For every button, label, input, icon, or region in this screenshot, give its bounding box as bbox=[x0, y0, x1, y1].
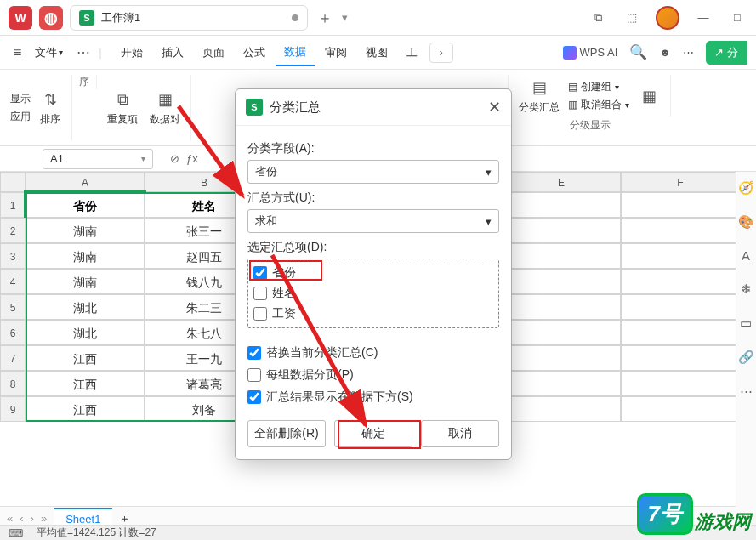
cell[interactable] bbox=[502, 320, 621, 345]
cell[interactable] bbox=[502, 345, 621, 371]
tab-dropdown-icon[interactable]: ▾ bbox=[342, 11, 348, 24]
checkbox[interactable] bbox=[247, 390, 261, 404]
cell[interactable] bbox=[502, 294, 621, 320]
tab-view[interactable]: 视图 bbox=[357, 40, 396, 65]
share-button[interactable]: ↗ 分 bbox=[706, 41, 747, 65]
tab-tools[interactable]: 工 bbox=[398, 40, 426, 65]
theme-icon[interactable]: 🎨 bbox=[738, 214, 754, 230]
row-header[interactable]: 2 bbox=[0, 218, 26, 243]
wps-ai-button[interactable]: WPS AI bbox=[563, 46, 618, 60]
cell[interactable]: 江西 bbox=[26, 396, 145, 422]
cell[interactable] bbox=[621, 269, 736, 294]
cell[interactable]: 江西 bbox=[26, 345, 145, 371]
ribbon-apply[interactable]: 应用 bbox=[10, 110, 31, 124]
document-tab[interactable]: S 工作簿1 bbox=[70, 5, 308, 31]
file-menu[interactable]: 文件▾ bbox=[30, 42, 68, 64]
name-box[interactable]: A1 ▾ bbox=[43, 149, 153, 169]
item-checkbox-province[interactable]: 省份 bbox=[253, 263, 493, 283]
cell[interactable] bbox=[621, 320, 736, 345]
tab-data[interactable]: 数据 bbox=[276, 39, 315, 66]
input-mode-icon[interactable]: ⌨ bbox=[9, 527, 23, 539]
cell[interactable] bbox=[621, 294, 736, 320]
ribbon-subtotal[interactable]: ▤ 分类汇总 bbox=[515, 75, 563, 117]
navigator-icon[interactable]: 🧭 bbox=[738, 180, 754, 196]
row-header[interactable]: 7 bbox=[0, 345, 26, 371]
col-header[interactable]: A bbox=[26, 172, 145, 192]
cell[interactable]: 湖南 bbox=[26, 243, 145, 269]
link-icon[interactable]: 🔗 bbox=[738, 350, 754, 365]
cell[interactable]: 湖南 bbox=[26, 218, 145, 243]
row-header[interactable]: 5 bbox=[0, 294, 26, 320]
dialog-header[interactable]: S 分类汇总 ✕ bbox=[236, 89, 511, 126]
row-header[interactable]: 1 bbox=[0, 192, 26, 218]
opt-below[interactable]: 汇总结果显示在数据下方(S) bbox=[247, 386, 499, 408]
cell[interactable] bbox=[621, 396, 736, 422]
cell[interactable] bbox=[621, 192, 736, 218]
cell[interactable] bbox=[621, 371, 736, 396]
ribbon-ungroup[interactable]: ▥ 取消组合 ▾ bbox=[568, 98, 629, 112]
delete-all-button[interactable]: 全部删除(R) bbox=[247, 420, 326, 447]
row-header[interactable]: 8 bbox=[0, 371, 26, 396]
sheet-nav-next-icon[interactable]: › bbox=[31, 512, 34, 525]
sheet-nav-prev-icon[interactable]: ‹ bbox=[20, 512, 23, 525]
cancel-formula-icon[interactable]: ⊘ bbox=[170, 152, 179, 165]
close-icon[interactable]: ✕ bbox=[488, 98, 501, 117]
checkbox[interactable] bbox=[247, 346, 261, 360]
row-header[interactable]: 9 bbox=[0, 396, 26, 422]
tab-start[interactable]: 开始 bbox=[112, 40, 151, 65]
fx-icon[interactable]: ƒx bbox=[186, 152, 198, 165]
cell[interactable] bbox=[502, 218, 621, 243]
method-select[interactable]: 求和 ▾ bbox=[247, 209, 499, 233]
ribbon-dedup[interactable]: ⧉ 重复项 bbox=[104, 87, 141, 128]
ribbon-outline-extra[interactable]: ▦ bbox=[634, 83, 663, 109]
tab-formula[interactable]: 公式 bbox=[235, 40, 274, 65]
tabs-scroll-right-button[interactable]: › bbox=[429, 43, 453, 63]
ribbon-show[interactable]: 显示 bbox=[10, 92, 31, 106]
effects-icon[interactable]: ❄ bbox=[741, 281, 752, 297]
checkbox[interactable] bbox=[253, 307, 267, 321]
user-avatar[interactable] bbox=[656, 6, 679, 30]
cell[interactable]: 湖北 bbox=[26, 294, 145, 320]
cancel-button[interactable]: 取消 bbox=[421, 420, 499, 447]
row-header[interactable]: 4 bbox=[0, 269, 26, 294]
new-tab-button[interactable]: ＋ bbox=[315, 8, 335, 28]
field-select[interactable]: 省份 ▾ bbox=[247, 160, 499, 184]
cell[interactable] bbox=[502, 396, 621, 422]
ribbon-compare[interactable]: ▦ 数据对 bbox=[146, 87, 184, 128]
item-checkbox-salary[interactable]: 工资 bbox=[253, 304, 493, 324]
cell[interactable] bbox=[502, 371, 621, 396]
checkbox[interactable] bbox=[253, 266, 267, 280]
item-checkbox-name[interactable]: 姓名 bbox=[253, 283, 493, 304]
ribbon-sort[interactable]: ⇅ 排序 bbox=[36, 87, 65, 128]
cell[interactable] bbox=[502, 243, 621, 269]
row-header[interactable]: 3 bbox=[0, 243, 26, 269]
ribbon-group-create[interactable]: ▤ 创建组 ▾ bbox=[568, 80, 629, 94]
cube-icon[interactable]: ⬚ bbox=[622, 8, 642, 28]
cell[interactable]: 省份 bbox=[26, 192, 145, 218]
sheet-nav-first-icon[interactable]: « bbox=[7, 512, 13, 525]
copy-window-icon[interactable]: ⧉ bbox=[588, 8, 608, 28]
hamburger-icon[interactable]: ≡ bbox=[9, 42, 26, 64]
options-icon[interactable]: ⋯ bbox=[683, 46, 694, 59]
tab-page[interactable]: 页面 bbox=[194, 40, 233, 65]
tab-review[interactable]: 审阅 bbox=[316, 40, 355, 65]
sheet-nav-last-icon[interactable]: » bbox=[41, 512, 47, 525]
corner-cell[interactable] bbox=[0, 172, 26, 192]
tab-insert[interactable]: 插入 bbox=[153, 40, 192, 65]
checkbox[interactable] bbox=[253, 287, 267, 300]
ok-button[interactable]: 确定 bbox=[334, 420, 412, 447]
more-tools-icon[interactable]: ⋯ bbox=[740, 384, 753, 399]
opt-paging[interactable]: 每组数据分页(P) bbox=[247, 364, 499, 386]
maximize-icon[interactable]: □ bbox=[727, 8, 747, 28]
more-menu-icon[interactable]: ⋯ bbox=[71, 41, 95, 64]
cell[interactable] bbox=[621, 345, 736, 371]
cell[interactable] bbox=[621, 243, 736, 269]
col-header[interactable]: E bbox=[502, 172, 621, 192]
cell[interactable] bbox=[621, 218, 736, 243]
checkbox[interactable] bbox=[247, 368, 261, 382]
minimize-icon[interactable]: — bbox=[693, 8, 713, 28]
cell[interactable]: 湖南 bbox=[26, 269, 145, 294]
chat-icon[interactable]: ☻ bbox=[659, 46, 671, 59]
cell[interactable]: 湖北 bbox=[26, 320, 145, 345]
cell[interactable] bbox=[502, 269, 621, 294]
